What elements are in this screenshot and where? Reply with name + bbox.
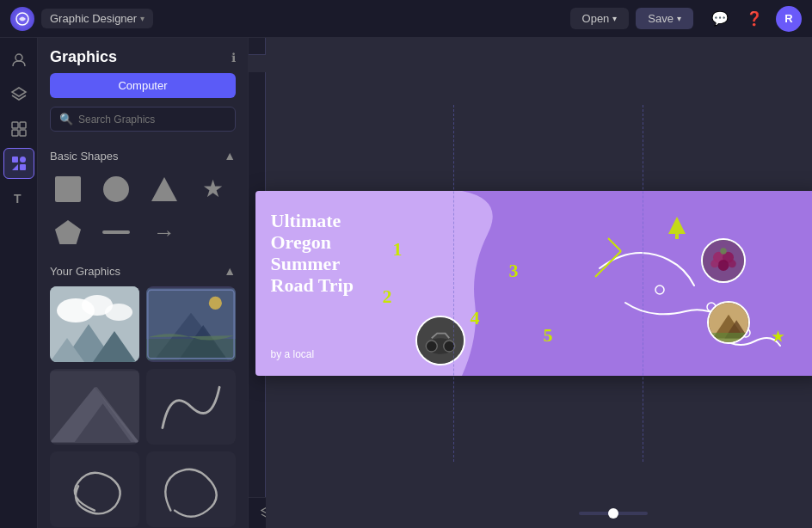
canvas-workspace[interactable]: ★ UltimateOregonSummerRoad Trip by a loc…: [266, 55, 812, 497]
collapse-icon[interactable]: ▲: [224, 264, 236, 278]
shape-line[interactable]: [98, 214, 134, 250]
number-4: 4: [471, 307, 480, 329]
svg-rect-6: [12, 157, 18, 163]
number-1: 1: [393, 238, 403, 261]
svg-rect-3: [20, 122, 26, 128]
number-5: 5: [544, 324, 553, 347]
nav-people-icon[interactable]: [3, 45, 34, 76]
info-icon[interactable]: ℹ: [231, 51, 236, 64]
app-logo[interactable]: [10, 7, 34, 31]
shape-pentagon[interactable]: [50, 214, 86, 250]
circle-image-grapes: [701, 238, 746, 283]
number-2: 2: [383, 285, 392, 308]
shape-circle[interactable]: [98, 171, 134, 207]
nav-layers-icon[interactable]: [3, 79, 34, 110]
shape-square[interactable]: [50, 171, 86, 207]
chevron-down-icon: ▾: [612, 14, 617, 23]
svg-rect-9: [20, 164, 26, 170]
svg-rect-5: [20, 130, 26, 136]
nav-text-icon[interactable]: T: [3, 182, 34, 213]
shape-star[interactable]: ★: [194, 171, 231, 207]
nav-graphics-icon[interactable]: [3, 148, 34, 179]
svg-marker-8: [12, 164, 18, 170]
card-subtitle: by a local: [271, 348, 315, 360]
svg-point-47: [728, 260, 735, 267]
svg-point-7: [20, 157, 26, 163]
svg-point-40: [426, 341, 437, 352]
nav-grid-icon[interactable]: [3, 114, 34, 144]
svg-rect-37: [675, 234, 679, 239]
save-button[interactable]: Save ▾: [636, 8, 693, 29]
svg-point-48: [720, 248, 726, 254]
topbar: Graphic Designer ▾ Open ▾ Save ▾ 💬 ❓ R: [0, 0, 812, 38]
basic-shapes-header: Basic Shapes ▲: [50, 149, 236, 163]
svg-rect-21: [146, 339, 236, 360]
graphic-spiral2[interactable]: [146, 451, 236, 527]
svg-point-46: [710, 260, 718, 267]
chat-icon[interactable]: 💬: [707, 6, 733, 32]
avatar[interactable]: R: [776, 6, 802, 32]
search-input[interactable]: [78, 114, 226, 126]
graphics-grid: [50, 286, 236, 528]
sidebar-title: Graphics: [50, 48, 117, 66]
collapse-icon[interactable]: ▲: [224, 149, 236, 163]
graphic-mountains-clouds[interactable]: [50, 286, 139, 362]
shapes-grid: ★ →: [50, 171, 236, 250]
computer-button[interactable]: Computer: [50, 73, 236, 98]
svg-text:T: T: [14, 192, 22, 206]
svg-rect-4: [12, 130, 18, 136]
chevron-down-icon: ▾: [140, 14, 145, 23]
shape-arrow[interactable]: →: [146, 214, 182, 250]
circle-image-motorcycle: [415, 316, 465, 365]
graphic-mountain-photo[interactable]: [146, 286, 236, 362]
sidebar-header: Graphics ℹ: [38, 38, 248, 73]
card-title: UltimateOregonSummerRoad Trip: [271, 210, 354, 297]
search-bar: 🔍: [50, 107, 236, 132]
zoom-slider[interactable]: [579, 512, 648, 515]
svg-point-1: [15, 54, 22, 61]
svg-point-45: [717, 260, 729, 271]
help-icon[interactable]: ❓: [741, 6, 767, 32]
open-button[interactable]: Open ▾: [570, 8, 630, 29]
circle-image-landscape: [707, 301, 750, 344]
graphic-spiral1[interactable]: [50, 451, 139, 527]
main-area: T Graphics ℹ Computer 🔍 Basic Shapes ▲ ★: [0, 38, 812, 528]
shape-triangle[interactable]: [146, 171, 182, 207]
sidebar-content: Basic Shapes ▲ ★ → Your Graphics ▲: [38, 142, 248, 528]
chevron-down-icon: ▾: [677, 14, 681, 23]
app-name-label: Graphic Designer: [50, 12, 137, 25]
left-nav: T: [0, 38, 38, 528]
svg-text:★: ★: [772, 329, 784, 344]
sidebar: Graphics ℹ Computer 🔍 Basic Shapes ▲ ★ →: [38, 38, 249, 528]
basic-shapes-label: Basic Shapes: [50, 150, 119, 163]
number-3: 3: [509, 260, 519, 282]
svg-point-41: [443, 341, 454, 352]
graphic-curve1[interactable]: [146, 369, 236, 445]
your-graphics-header: Your Graphics ▲: [50, 264, 236, 278]
design-card[interactable]: ★ UltimateOregonSummerRoad Trip by a loc…: [255, 191, 813, 376]
your-graphics-label: Your Graphics: [50, 265, 120, 278]
svg-point-14: [105, 304, 132, 321]
app-name-dropdown[interactable]: Graphic Designer ▾: [41, 9, 153, 28]
canvas-area: // ticks rendered via JS below: [249, 38, 812, 528]
svg-rect-2: [12, 122, 18, 128]
search-icon: 🔍: [59, 113, 73, 126]
topbar-actions: 💬 ❓ R: [707, 6, 802, 32]
svg-point-23: [209, 297, 222, 310]
graphic-grey-mountain[interactable]: [50, 369, 139, 445]
